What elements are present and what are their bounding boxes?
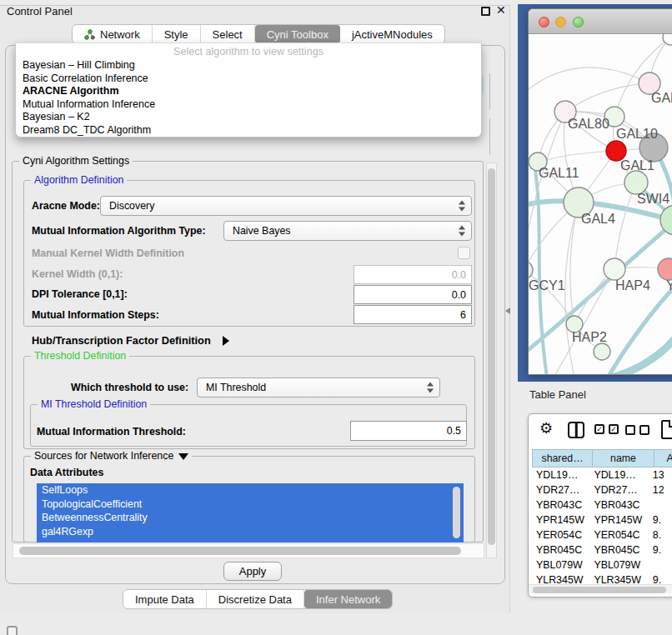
network-edge	[529, 112, 565, 251]
spinner-arrows-icon	[427, 382, 434, 393]
settings-horizontal-scrollbar[interactable]	[13, 543, 484, 558]
hub-definition-expander[interactable]: Hub/Transcription Factor Definition	[32, 332, 229, 348]
network-node-top[interactable]	[663, 34, 672, 45]
algorithm-option[interactable]: ARACNE Algorithm	[16, 85, 481, 98]
network-node-label: Y	[666, 278, 672, 292]
data-attribute-item[interactable]: BetweennessCentrality	[37, 511, 464, 525]
settings-hscroll-thumb[interactable]	[19, 547, 461, 555]
table-hscroll-thumb[interactable]	[533, 587, 666, 593]
tab-label: Discretize Data	[218, 593, 292, 606]
table-horizontal-scrollbar[interactable]	[529, 584, 672, 593]
data-attributes-label: Data Attributes	[30, 467, 103, 478]
corner-widget-icon[interactable]	[7, 626, 18, 635]
table-panel-title: Table Panel	[529, 388, 586, 401]
tab-infer-network[interactable]: Infer Network	[304, 590, 392, 608]
mi-threshold-field[interactable]: 0.5	[350, 421, 467, 441]
network-node-label: GAL	[651, 91, 672, 105]
tab-style[interactable]: Style	[153, 25, 201, 43]
algorithm-option[interactable]: Mutual Information Inference	[16, 98, 481, 112]
table-row[interactable]: YER054CYER054C8.	[532, 528, 672, 542]
table-column-header[interactable]: shared…	[532, 449, 593, 468]
mac-minimize-button[interactable]	[555, 17, 566, 28]
float-window-icon[interactable]	[481, 7, 490, 16]
panel-divider-collapse-arrow[interactable]	[505, 308, 510, 314]
algorithm-dropdown-popup: Select algorithm to view settings Bayesi…	[15, 42, 482, 138]
select-all-icon[interactable]: ✓ ✓	[594, 424, 619, 434]
table-row[interactable]: YDL19…YDL19…13	[532, 468, 672, 482]
table-row[interactable]: YDR27…YDR27…12	[532, 482, 672, 498]
network-node-gal1[interactable]	[624, 171, 648, 194]
network-node-label: GAL11	[539, 166, 579, 180]
mi-steps-field[interactable]: 6	[354, 305, 472, 324]
table-cell: YDR27…	[532, 482, 589, 498]
table-panel-window: ⚙ ✓ ✓ shared…nameA YDL19…YDL19…13YDR27…Y…	[528, 413, 672, 598]
tab-impute-data[interactable]: Impute Data	[123, 590, 207, 608]
sources-title-wrap[interactable]: Sources for Network Inference	[31, 450, 192, 462]
algorithm-option[interactable]: Bayesian – Hill Climbing	[16, 59, 481, 72]
algorithm-option-list: Bayesian – Hill ClimbingBasic Correlatio…	[16, 59, 481, 137]
algorithm-option[interactable]: Dream8 DC_TDC Algorithm	[16, 124, 481, 138]
table-cell: YDL19…	[589, 468, 648, 482]
attributes-scrollbar-thumb[interactable]	[453, 487, 460, 538]
settings-vertical-scrollbar[interactable]	[486, 162, 497, 558]
algorithm-option[interactable]: Bayesian – K2	[16, 111, 481, 124]
checked-box-icon: ✓	[594, 424, 604, 434]
manual-kernel-checkbox[interactable]	[458, 247, 470, 259]
table-cell: YBL079W	[532, 558, 589, 572]
which-threshold-combo[interactable]: MI Threshold	[197, 378, 440, 398]
table-row[interactable]: YPR145WYPR145W9.	[532, 512, 672, 528]
tab-select[interactable]: Select	[201, 25, 255, 43]
split-columns-icon[interactable]	[568, 422, 584, 438]
close-icon[interactable]: ✕	[496, 3, 506, 17]
algorithm-option[interactable]: Basic Correlation Inference	[16, 72, 481, 86]
data-attribute-item[interactable]: gal4RGexp	[37, 525, 464, 539]
table-row[interactable]: YBL079WYBL079W	[532, 558, 672, 572]
network-edge-thick	[608, 284, 672, 375]
file-icon[interactable]	[661, 420, 672, 439]
table-cell: YBR045C	[589, 542, 648, 558]
network-node-label: SWI4	[637, 192, 669, 206]
table-cell: 9.	[649, 542, 672, 558]
tab-network[interactable]: Network	[73, 25, 153, 43]
deselect-all-icon[interactable]	[625, 425, 649, 435]
table-cell: YPR145W	[589, 512, 648, 528]
table-row[interactable]: YBR045CYBR045C9.	[532, 542, 672, 558]
apply-button[interactable]: Apply	[223, 562, 282, 581]
tab-cyni-toolbox[interactable]: Cyni Toolbox	[255, 25, 340, 43]
network-node-label: HAP4	[615, 278, 650, 292]
tab-discretize-data[interactable]: Discretize Data	[207, 590, 304, 608]
network-node-label: HAP2	[572, 330, 607, 344]
table-body: YDL19…YDL19…13YDR27…YDR27…12YBR043CYBR04…	[532, 468, 672, 586]
table-cell	[649, 558, 672, 572]
network-node-bgreen[interactable]	[594, 343, 610, 360]
tab-label: Impute Data	[135, 593, 194, 606]
mi-algorithm-type-combo[interactable]: Naive Bayes	[223, 221, 472, 241]
mac-close-button[interactable]	[539, 17, 549, 28]
mac-zoom-button[interactable]	[573, 17, 584, 28]
control-panel-title: Control Panel	[7, 5, 73, 18]
network-edge	[565, 202, 579, 375]
network-node-salmon[interactable]	[658, 258, 672, 280]
network-node-label: GAL80	[568, 117, 609, 131]
network-node-hap4[interactable]	[604, 258, 625, 280]
tab-jactivemnodules[interactable]: jActiveMNodules	[340, 25, 444, 43]
gear-icon[interactable]: ⚙	[539, 421, 553, 436]
table-column-header[interactable]: A	[654, 449, 672, 468]
table-cell: YER054C	[589, 528, 648, 542]
network-canvas[interactable]: GALGAL80GAL10GAL1GAL11SWI4GAL4GCY1HAP4YH…	[529, 34, 672, 375]
table-column-header[interactable]: name	[593, 449, 654, 468]
which-threshold-value: MI Threshold	[206, 382, 266, 393]
tab-label: Network	[100, 28, 140, 41]
data-attribute-item[interactable]: TopologicalCoefficient	[37, 498, 464, 512]
aracne-mode-combo[interactable]: Discovery	[100, 196, 472, 216]
network-window-titlebar[interactable]	[529, 9, 672, 34]
table-cell: YER054C	[532, 528, 589, 542]
sources-title: Sources for Network Inference	[34, 450, 173, 462]
control-panel-tabs: NetworkStyleSelectCyni ToolboxjActiveMNo…	[72, 24, 445, 44]
dpi-tolerance-field[interactable]: 0.0	[354, 285, 472, 304]
settings-vscroll-thumb[interactable]	[488, 168, 495, 545]
kernel-width-field[interactable]: 0.0	[354, 265, 472, 284]
network-node-label: GAL1	[620, 158, 654, 172]
table-row[interactable]: YBR043CYBR043C	[532, 498, 672, 512]
data-attribute-item[interactable]: SelfLoops	[37, 483, 464, 498]
